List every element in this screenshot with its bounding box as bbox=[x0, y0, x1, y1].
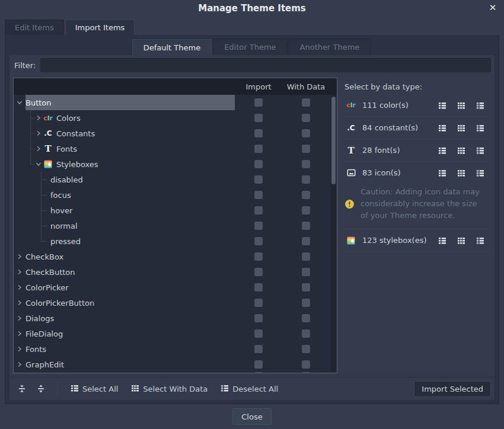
import-checkbox[interactable] bbox=[254, 268, 263, 276]
chevron-right-icon[interactable] bbox=[35, 145, 42, 152]
chevron-right-icon[interactable] bbox=[16, 345, 23, 353]
tree-row-checkbox[interactable]: CheckBox bbox=[14, 249, 337, 264]
select-with-data-icons-button[interactable] bbox=[455, 167, 467, 179]
import-checkbox[interactable] bbox=[254, 206, 263, 214]
tree-row-pressed[interactable]: pressed bbox=[14, 233, 337, 249]
with-data-checkbox[interactable] bbox=[302, 145, 310, 153]
import-checkbox[interactable] bbox=[254, 175, 263, 184]
deselect-all-constants-button[interactable] bbox=[474, 122, 486, 134]
import-checkbox[interactable] bbox=[254, 360, 263, 369]
with-data-checkbox[interactable] bbox=[302, 360, 310, 369]
import-checkbox[interactable] bbox=[254, 299, 263, 307]
chevron-down-icon[interactable] bbox=[35, 161, 42, 168]
tree-row-constants[interactable]: .CConstants bbox=[14, 126, 337, 141]
tree-row-hover[interactable]: hover bbox=[14, 203, 337, 218]
chevron-right-icon[interactable] bbox=[16, 361, 23, 368]
import-selected-button[interactable]: Import Selected bbox=[414, 381, 491, 397]
tree-row-disabled[interactable]: disabled bbox=[14, 172, 337, 187]
tree-row-normal[interactable]: normal bbox=[14, 218, 337, 233]
with-data-checkbox[interactable] bbox=[302, 299, 310, 307]
tree-row-colorpicker[interactable]: ColorPicker bbox=[14, 280, 337, 295]
tree-row-graphedit[interactable]: GraphEdit bbox=[14, 357, 337, 372]
tree-row-button[interactable]: Button bbox=[14, 95, 337, 110]
select-with-data-button[interactable]: Select With Data bbox=[127, 381, 211, 396]
select-all-styleboxes-button[interactable] bbox=[436, 235, 448, 246]
with-data-checkbox[interactable] bbox=[302, 372, 310, 373]
import-checkbox[interactable] bbox=[254, 252, 263, 261]
deselect-all-fonts-button[interactable] bbox=[474, 145, 486, 156]
import-checkbox[interactable] bbox=[254, 314, 263, 322]
tree-row-checkbutton[interactable]: CheckButton bbox=[14, 264, 337, 280]
select-all-button[interactable]: Select All bbox=[67, 381, 122, 396]
close-button[interactable]: Close bbox=[232, 408, 271, 425]
import-checkbox[interactable] bbox=[254, 129, 263, 137]
tree-row-filedialog[interactable]: FileDialog bbox=[14, 326, 337, 341]
tab-edit-items[interactable]: Edit Items bbox=[5, 20, 64, 35]
with-data-checkbox[interactable] bbox=[302, 345, 310, 353]
with-data-checkbox[interactable] bbox=[302, 222, 310, 230]
tree-row-fonts[interactable]: TFonts bbox=[14, 141, 337, 156]
import-checkbox[interactable] bbox=[254, 345, 263, 353]
with-data-checkbox[interactable] bbox=[302, 129, 310, 137]
chevron-down-icon[interactable] bbox=[16, 99, 23, 106]
select-all-icons-button[interactable] bbox=[436, 167, 448, 179]
select-with-data-fonts-button[interactable] bbox=[455, 145, 467, 156]
with-data-checkbox[interactable] bbox=[302, 329, 310, 338]
with-data-checkbox[interactable] bbox=[302, 175, 310, 184]
import-checkbox[interactable] bbox=[254, 329, 263, 338]
import-checkbox[interactable] bbox=[254, 191, 263, 199]
select-all-fonts-button[interactable] bbox=[436, 145, 448, 156]
import-checkbox[interactable] bbox=[254, 372, 263, 373]
deselect-all-colors-button[interactable] bbox=[474, 100, 486, 111]
with-data-checkbox[interactable] bbox=[302, 268, 310, 276]
tree-row-focus[interactable]: focus bbox=[14, 187, 337, 203]
tree-row-fonts[interactable]: Fonts bbox=[14, 341, 337, 357]
tree-row-colors[interactable]: clrColors bbox=[14, 110, 337, 126]
with-data-checkbox[interactable] bbox=[302, 98, 310, 107]
close-icon[interactable]: ✕ bbox=[487, 2, 499, 14]
tab-import-items[interactable]: Import Items bbox=[65, 20, 135, 35]
chevron-right-icon[interactable] bbox=[16, 299, 23, 306]
import-checkbox[interactable] bbox=[254, 160, 263, 168]
select-with-data-colors-button[interactable] bbox=[455, 100, 467, 111]
chevron-right-icon[interactable] bbox=[16, 284, 23, 291]
deselect-all-icons-button[interactable] bbox=[474, 167, 486, 179]
with-data-checkbox[interactable] bbox=[302, 191, 310, 199]
import-checkbox[interactable] bbox=[254, 222, 263, 230]
tree-row-partial[interactable] bbox=[14, 372, 337, 373]
with-data-checkbox[interactable] bbox=[302, 237, 310, 245]
tab-default-theme[interactable]: Default Theme bbox=[132, 39, 212, 55]
import-checkbox[interactable] bbox=[254, 237, 263, 245]
import-checkbox[interactable] bbox=[254, 114, 263, 122]
chevron-right-icon[interactable] bbox=[16, 253, 23, 260]
select-all-constants-button[interactable] bbox=[436, 122, 448, 134]
import-checkbox[interactable] bbox=[254, 145, 263, 153]
tab-editor-theme[interactable]: Editor Theme bbox=[213, 39, 287, 55]
tree-row-colorpickerbutton[interactable]: ColorPickerButton bbox=[14, 295, 337, 310]
with-data-checkbox[interactable] bbox=[302, 114, 310, 122]
deselect-all-styleboxes-button[interactable] bbox=[474, 235, 486, 246]
deselect-all-button[interactable]: Deselect All bbox=[217, 381, 282, 396]
tree-scrollbar[interactable] bbox=[331, 95, 336, 372]
tree-row-styleboxes[interactable]: Styleboxes bbox=[14, 156, 337, 172]
select-with-data-constants-button[interactable] bbox=[455, 122, 467, 134]
import-checkbox[interactable] bbox=[254, 98, 263, 107]
tab-another-theme[interactable]: Another Theme bbox=[289, 39, 371, 55]
chevron-right-icon[interactable] bbox=[16, 315, 23, 322]
chevron-right-icon[interactable] bbox=[35, 114, 42, 121]
with-data-checkbox[interactable] bbox=[302, 252, 310, 261]
filter-input[interactable] bbox=[40, 58, 491, 72]
with-data-checkbox[interactable] bbox=[302, 283, 310, 292]
collapse-all-button[interactable] bbox=[15, 382, 28, 395]
with-data-checkbox[interactable] bbox=[302, 314, 310, 322]
with-data-checkbox[interactable] bbox=[302, 206, 310, 214]
select-all-colors-button[interactable] bbox=[436, 100, 448, 111]
expand-all-button[interactable] bbox=[34, 382, 47, 395]
chevron-right-icon[interactable] bbox=[16, 268, 23, 276]
import-checkbox[interactable] bbox=[254, 283, 263, 292]
tree-row-dialogs[interactable]: Dialogs bbox=[14, 310, 337, 326]
chevron-right-icon[interactable] bbox=[16, 330, 23, 337]
tree-scrollbar-thumb[interactable] bbox=[331, 97, 336, 184]
with-data-checkbox[interactable] bbox=[302, 160, 310, 168]
chevron-right-icon[interactable] bbox=[35, 130, 42, 137]
